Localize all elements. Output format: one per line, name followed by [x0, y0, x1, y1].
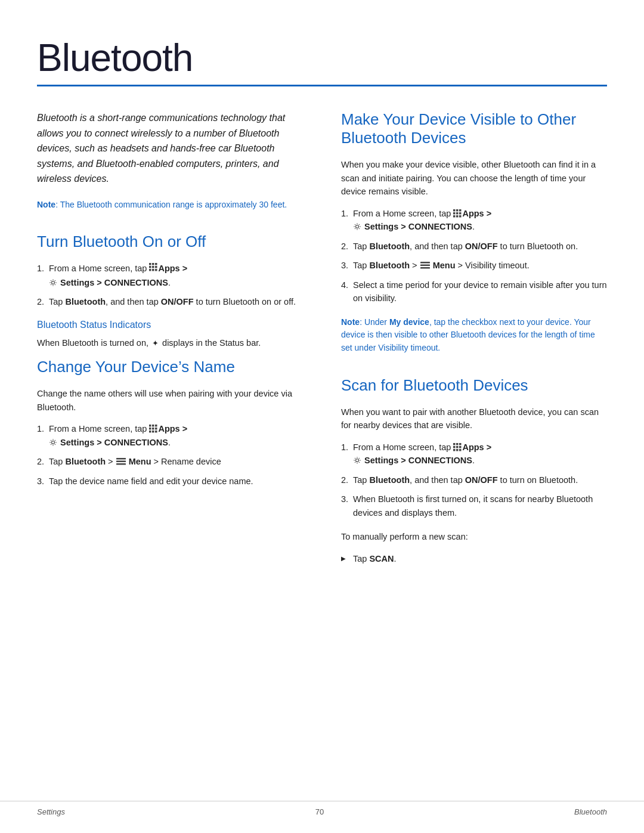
- scan-step1-apps: Apps >: [462, 442, 491, 452]
- scan-intro: When you want to pair with another Bluet…: [341, 405, 607, 432]
- visible-step-4: 4. Select a time period for your device …: [341, 278, 607, 305]
- svg-rect-22: [116, 463, 126, 465]
- turn-step2-end: to turn Bluetooth on or off.: [194, 297, 296, 306]
- change-step1-prefix: From a Home screen, tap: [49, 424, 149, 433]
- visible-step3-bt: Bluetooth: [369, 261, 410, 270]
- visible-step3-period: .: [527, 261, 530, 270]
- scan-step2-suffix: , and then tap: [410, 475, 465, 485]
- change-list-num-1: 1.: [37, 422, 44, 435]
- settings-gear-icon-4: [353, 456, 361, 465]
- scan-step2-onoff: ON/OFF: [465, 475, 498, 485]
- list-num-1: 1.: [37, 262, 44, 275]
- title-rule: [37, 85, 607, 86]
- svg-rect-35: [420, 267, 430, 269]
- visible-step3-suffix: >: [410, 261, 420, 270]
- turn-step1-apps: Apps >: [158, 264, 187, 273]
- change-step-1: 1. From a Home screen, tap Apps > Settin…: [37, 422, 305, 449]
- scan-step-2: 2. Tap Bluetooth, and then tap ON/OFF to…: [341, 473, 607, 487]
- svg-rect-1: [152, 263, 154, 265]
- turn-step2-prefix: Tap: [49, 297, 65, 306]
- svg-rect-18: [155, 431, 157, 433]
- section-visible-heading: Make Your Device Visible to Other Blueto…: [341, 110, 607, 147]
- menu-lines-icon-2: [420, 262, 430, 269]
- page-title: Bluetooth: [37, 36, 607, 80]
- svg-rect-33: [420, 262, 430, 264]
- turn-step1-settings: Settings > CONNECTIONS: [58, 278, 168, 287]
- settings-gear-icon-2: [49, 438, 57, 447]
- svg-rect-11: [152, 425, 154, 427]
- scan-step2-end: to turn on Bluetooth.: [498, 475, 578, 485]
- section-turn-heading: Turn Bluetooth On or Off: [37, 233, 305, 251]
- svg-rect-43: [456, 449, 459, 451]
- visible-step2-onoff: ON/OFF: [465, 241, 498, 251]
- visible-step2-suffix: , and then tap: [410, 241, 465, 251]
- visible-list-num-2: 2.: [341, 240, 348, 253]
- change-step-3-content: Tap the device name field and edit your …: [49, 476, 253, 486]
- bt-status-subheading: Bluetooth Status Indicators: [37, 320, 305, 330]
- visible-intro: When you make your device visible, other…: [341, 158, 607, 198]
- visible-step-3: 3. Tap Bluetooth > Menu > Visibility tim…: [341, 259, 607, 272]
- scan-step-1-content: From a Home screen, tap Apps > Settings …: [353, 442, 491, 465]
- scan-manual-prefix: To manually perform a new scan:: [341, 530, 607, 543]
- scan-tap-item: Tap SCAN.: [341, 552, 607, 565]
- scan-tap-prefix: Tap: [353, 554, 369, 563]
- visible-step3-prefix: Tap: [353, 261, 369, 270]
- scan-tap-bold: SCAN: [369, 554, 394, 563]
- turn-steps-list: 1. From a Home screen, tap Apps > Settin…: [37, 262, 305, 308]
- turn-step2-bt: Bluetooth: [65, 297, 106, 306]
- visible-list-num-3: 3.: [341, 259, 348, 272]
- svg-rect-24: [456, 209, 459, 212]
- visible-step3-menu: Menu: [433, 261, 456, 270]
- visible-step1-suffix: .: [472, 222, 475, 231]
- svg-rect-39: [453, 446, 456, 448]
- svg-rect-37: [456, 443, 459, 445]
- change-step2-bt: Bluetooth: [65, 457, 106, 466]
- svg-rect-27: [456, 212, 459, 215]
- svg-point-19: [52, 441, 55, 444]
- scan-step1-settings: Settings > CONNECTIONS: [362, 456, 472, 465]
- bluetooth-symbol-icon: ✦: [152, 337, 159, 349]
- svg-rect-2: [155, 263, 157, 265]
- turn-step1-prefix: From a Home screen, tap: [49, 264, 149, 273]
- svg-rect-13: [149, 428, 151, 430]
- scan-tap-suffix: .: [394, 554, 397, 563]
- change-step-3: 3. Tap the device name field and edit yo…: [37, 475, 305, 488]
- svg-rect-5: [155, 266, 157, 268]
- svg-rect-10: [149, 425, 151, 427]
- visible-steps-list: 1. From a Home screen, tap Apps > Settin…: [341, 207, 607, 305]
- scan-list-num-1: 1.: [341, 441, 348, 454]
- visible-step2-prefix: Tap: [353, 241, 369, 251]
- change-list-num-2: 2.: [37, 455, 44, 468]
- scan-steps-list: 1. From a Home screen, tap Apps > Settin…: [341, 441, 607, 519]
- visible-step1-prefix: From a Home screen, tap: [353, 209, 453, 218]
- visible-step-3-content: Tap Bluetooth > Menu > Visibility timeou…: [353, 261, 530, 270]
- svg-rect-14: [152, 428, 154, 430]
- svg-rect-41: [459, 446, 462, 448]
- apps-icon-3: [453, 209, 462, 218]
- bt-status-text: When Bluetooth is turned on, ✦ displays …: [37, 336, 305, 349]
- visible-step-2: 2. Tap Bluetooth, and then tap ON/OFF to…: [341, 240, 607, 253]
- svg-rect-15: [155, 428, 157, 430]
- intro-text: Bluetooth is a short-range communication…: [37, 110, 305, 187]
- apps-icon-4: [453, 443, 462, 451]
- section-scan-heading: Scan for Bluetooth Devices: [341, 376, 607, 395]
- scan-step2-prefix: Tap: [353, 475, 369, 485]
- change-step-2: 2. Tap Bluetooth > Menu > Rename device: [37, 455, 305, 468]
- note-label: Note: [37, 200, 55, 209]
- footer-page-number: 70: [315, 807, 324, 816]
- svg-rect-23: [453, 209, 456, 212]
- scan-step-1: 1. From a Home screen, tap Apps > Settin…: [341, 441, 607, 467]
- visible-note-bold: My device: [389, 317, 429, 327]
- svg-rect-38: [459, 443, 462, 445]
- col-left: Bluetooth is a short-range communication…: [37, 110, 305, 574]
- visible-step1-settings: Settings > CONNECTIONS: [362, 222, 472, 231]
- visible-note: Note: Under My device, tap the checkbox …: [341, 316, 607, 355]
- change-intro: Change the name others will use when pai…: [37, 387, 305, 414]
- svg-rect-40: [456, 446, 459, 448]
- change-list-num-3: 3.: [37, 475, 44, 488]
- svg-rect-0: [149, 263, 151, 265]
- footer-settings-label: Settings: [37, 807, 65, 816]
- visible-step-2-content: Tap Bluetooth, and then tap ON/OFF to tu…: [353, 241, 578, 251]
- svg-point-45: [356, 459, 359, 462]
- page-container: Bluetooth Bluetooth is a short-range com…: [0, 0, 644, 621]
